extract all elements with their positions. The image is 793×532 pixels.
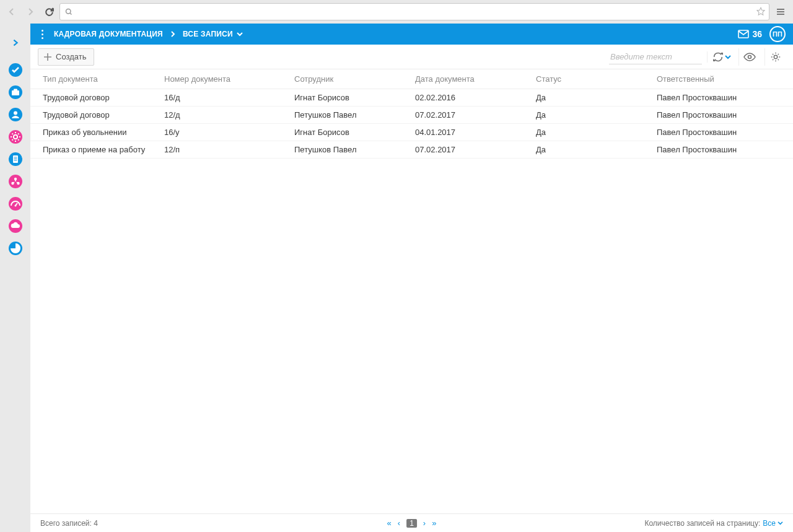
cell-date: 02.02.2016	[405, 89, 526, 107]
cell-type: Приказ о приеме на работу	[30, 141, 154, 159]
table-row[interactable]: Приказ о приеме на работу12/пПетушков Па…	[30, 141, 793, 159]
create-button[interactable]: Создать	[38, 48, 94, 66]
toolbar: Создать	[30, 45, 793, 69]
perpage: Количество записей на страницу: Все	[644, 519, 783, 528]
cell-date: 04.01.2017	[405, 124, 526, 141]
col-header-responsible[interactable]: Ответственный	[647, 69, 793, 89]
search-icon	[65, 8, 72, 15]
cell-type: Трудовой договор	[30, 89, 154, 107]
perpage-select[interactable]: Все	[763, 519, 783, 528]
create-label: Создать	[56, 52, 86, 61]
gear-icon	[770, 51, 781, 63]
rail-item-cloud[interactable]	[8, 219, 23, 233]
rail-item-docs[interactable]	[8, 152, 23, 167]
url-input[interactable]	[76, 4, 751, 20]
cell-responsible: Павел Простоквашин	[647, 141, 793, 159]
settings-button[interactable]	[765, 48, 786, 66]
cell-employee: Петушков Павел	[284, 141, 405, 159]
cell-employee: Игнат Борисов	[284, 124, 405, 141]
table-row[interactable]: Трудовой договор16/дИгнат Борисов02.02.2…	[30, 89, 793, 107]
refresh-button[interactable]	[707, 51, 734, 63]
refresh-icon	[712, 51, 724, 63]
pager-next[interactable]: ›	[423, 518, 426, 528]
cell-status: Да	[526, 89, 647, 107]
back-button[interactable]	[4, 4, 20, 20]
cell-status: Да	[526, 124, 647, 141]
pager-last[interactable]: »	[432, 518, 436, 528]
rail-item-contacts[interactable]	[8, 107, 23, 122]
svg-point-16	[14, 205, 16, 207]
breadcrumb-label: ВСЕ ЗАПИСИ	[183, 30, 233, 38]
bookmark-star-icon[interactable]	[755, 6, 766, 17]
table-row[interactable]: Трудовой договор12/дПетушков Павел07.02.…	[30, 107, 793, 124]
cell-status: Да	[526, 107, 647, 124]
cell-type: Трудовой договор	[30, 107, 154, 124]
forward-button[interactable]	[22, 4, 38, 20]
cell-responsible: Павел Простоквашин	[647, 107, 793, 124]
cell-responsible: Павел Простоквашин	[647, 124, 793, 141]
cell-type: Приказ об увольнении	[30, 124, 154, 141]
rail-item-tasks[interactable]	[8, 63, 23, 77]
address-bar[interactable]	[59, 3, 769, 20]
rail-item-work[interactable]	[8, 85, 23, 100]
svg-point-0	[66, 9, 71, 14]
breadcrumb-root[interactable]: КАДРОВАЯ ДОКУМЕНТАЦИЯ	[54, 30, 163, 38]
svg-point-20	[748, 55, 751, 58]
rail-item-gauge[interactable]	[8, 196, 23, 211]
cell-date: 07.02.2017	[405, 107, 526, 124]
avatar-initials: ПП	[773, 30, 782, 38]
rail-item-settings[interactable]	[8, 129, 23, 144]
mail-count: 36	[752, 29, 762, 39]
cell-employee: Игнат Борисов	[284, 89, 405, 107]
chevron-right-icon	[170, 31, 175, 37]
chevron-down-icon	[778, 521, 783, 525]
cell-number: 16/д	[154, 89, 284, 107]
col-header-date[interactable]: Дата документа	[405, 69, 526, 89]
cell-number: 12/д	[154, 107, 284, 124]
perpage-label: Количество записей на страницу:	[644, 519, 760, 528]
svg-point-12	[14, 178, 16, 180]
col-header-employee[interactable]: Сотрудник	[284, 69, 405, 89]
pager-page: 1	[406, 519, 417, 528]
section-header: КАДРОВАЯ ДОКУМЕНТАЦИЯ ВСЕ ЗАПИСИ 36 ПП	[30, 24, 793, 45]
rail-item-org[interactable]	[8, 174, 23, 189]
table-row[interactable]: Приказ об увольнении16/уИгнат Борисов04.…	[30, 124, 793, 141]
breadcrumb-label: КАДРОВАЯ ДОКУМЕНТАЦИЯ	[54, 30, 163, 38]
col-header-number[interactable]: Номер документа	[154, 69, 284, 89]
mail-button[interactable]: 36	[738, 29, 762, 39]
mail-icon	[738, 30, 749, 38]
svg-rect-4	[14, 89, 17, 91]
pager-prev[interactable]: ‹	[398, 518, 400, 528]
cell-responsible: Павел Простоквашин	[647, 89, 793, 107]
view-button[interactable]	[738, 48, 760, 66]
chevron-down-icon	[237, 32, 243, 37]
cell-number: 16/у	[154, 124, 284, 141]
left-rail	[0, 24, 30, 532]
rail-expand-button[interactable]	[9, 33, 22, 53]
header-menu-button[interactable]	[38, 30, 46, 39]
col-header-type[interactable]: Тип документа	[30, 69, 154, 89]
plus-icon	[43, 53, 52, 61]
rail-item-reports[interactable]	[8, 241, 23, 256]
svg-point-21	[774, 55, 777, 58]
search-input[interactable]	[609, 50, 702, 64]
browser-toolbar	[0, 0, 793, 24]
footer-bar: Всего записей: 4 « ‹ 1 › » Количество за…	[30, 513, 793, 532]
svg-point-6	[14, 111, 17, 115]
svg-rect-3	[12, 90, 19, 95]
data-grid: Тип документа Номер документа Сотрудник …	[30, 69, 793, 513]
chevron-down-icon	[725, 55, 731, 59]
browser-menu-button[interactable]	[772, 3, 789, 20]
avatar[interactable]: ПП	[769, 26, 786, 42]
col-header-status[interactable]: Статус	[526, 69, 647, 89]
eye-icon	[743, 53, 756, 61]
pager-first[interactable]: «	[387, 518, 392, 528]
cell-status: Да	[526, 141, 647, 159]
main-content: КАДРОВАЯ ДОКУМЕНТАЦИЯ ВСЕ ЗАПИСИ 36 ПП С…	[30, 24, 793, 532]
svg-point-15	[9, 197, 22, 211]
reload-button[interactable]	[41, 4, 57, 20]
total-records: Всего записей: 4	[40, 519, 98, 528]
cell-number: 12/п	[154, 141, 284, 159]
breadcrumb-view[interactable]: ВСЕ ЗАПИСИ	[183, 30, 243, 38]
pager: « ‹ 1 › »	[387, 518, 437, 528]
